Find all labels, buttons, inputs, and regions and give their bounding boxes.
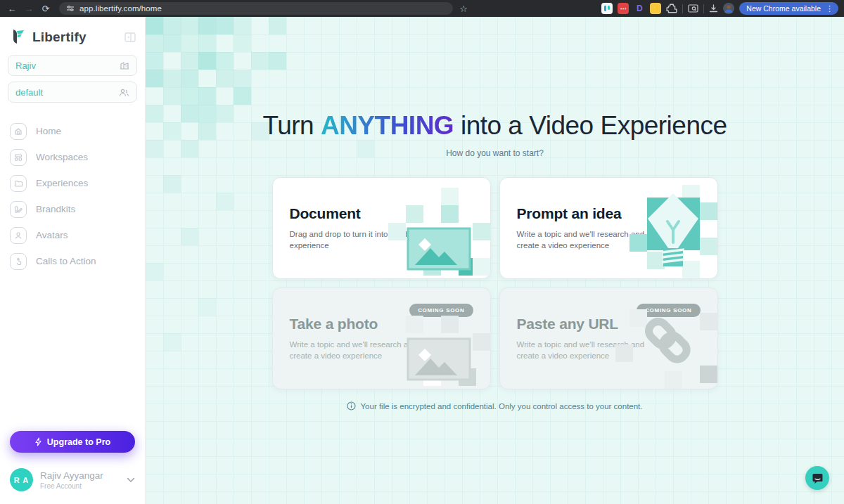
sidebar-nav: Home Workspaces Experiences Brandkits Av… xyxy=(0,118,145,431)
lightbulb-icon xyxy=(615,178,717,278)
sidebar-item-avatars[interactable]: Avatars xyxy=(0,222,145,248)
address-bar[interactable]: app.libertify.com/home xyxy=(59,2,453,15)
privacy-note: Your file is encrypted and confidential.… xyxy=(146,401,844,411)
red-dots-extension-icon[interactable]: ⋯ xyxy=(618,3,629,14)
d-extension-icon[interactable]: D xyxy=(634,3,645,14)
sidebar-item-label: Avatars xyxy=(36,230,68,240)
link-icon xyxy=(615,288,717,389)
sidebar-item-brandkits[interactable]: Brandkits xyxy=(0,196,145,222)
tab-search-icon[interactable] xyxy=(688,4,698,13)
upgrade-label: Upgrade to Pro xyxy=(47,437,110,447)
sidebar-item-label: Experiences xyxy=(36,178,88,188)
sidebar-item-label: Workspaces xyxy=(36,152,88,162)
chat-widget-button[interactable] xyxy=(805,466,829,490)
folder-icon xyxy=(14,179,23,188)
browser-menu-icon[interactable]: ⋮ xyxy=(824,5,835,13)
image-icon xyxy=(388,288,490,389)
user-avatar: R A xyxy=(10,468,33,491)
workspaces-icon xyxy=(14,153,23,162)
info-icon xyxy=(347,401,356,411)
workspace-selector[interactable]: default xyxy=(8,82,137,103)
reload-icon[interactable]: ⟳ xyxy=(39,2,52,15)
chrome-update-button[interactable]: New Chrome available ⋮ xyxy=(739,2,838,15)
card-document[interactable]: Document Drag and drop to turn it into a… xyxy=(272,177,491,279)
profile-avatar-icon[interactable] xyxy=(723,3,734,14)
user-profile[interactable]: R A Rajiv Ayyangar Free Account xyxy=(0,463,145,504)
site-settings-icon[interactable] xyxy=(66,4,75,13)
sidebar-item-experiences[interactable]: Experiences xyxy=(0,170,145,196)
organization-value: Rajiv xyxy=(15,60,36,71)
card-take-photo: COMING SOON Take a photo Write a topic a… xyxy=(272,287,491,389)
building-icon xyxy=(120,60,129,70)
chevron-down-icon[interactable] xyxy=(127,477,135,483)
toolbar-separator xyxy=(682,4,683,13)
home-icon xyxy=(14,127,23,136)
chrome-update-label: New Chrome available xyxy=(746,4,821,13)
libertify-logo-icon xyxy=(9,28,27,46)
toolbar-separator xyxy=(703,4,704,13)
start-options: Document Drag and drop to turn it into a… xyxy=(272,177,718,389)
back-icon[interactable]: ← xyxy=(6,2,18,15)
workspace-value: default xyxy=(15,87,43,98)
person-icon xyxy=(14,231,23,240)
image-icon xyxy=(388,178,490,278)
main-content: Turn ANYTHING into a Video Experience Ho… xyxy=(146,17,844,504)
sidebar-item-calls-to-action[interactable]: Calls to Action xyxy=(0,248,145,274)
sidebar-collapse-icon[interactable] xyxy=(124,32,136,43)
sidebar-item-label: Calls to Action xyxy=(36,256,96,266)
sidebar-item-home[interactable]: Home xyxy=(0,118,145,144)
sidebar-item-label: Home xyxy=(36,126,61,136)
lightning-extension-icon[interactable]: ⚡ xyxy=(650,3,661,14)
sidebar-item-label: Brandkits xyxy=(36,204,75,214)
lightning-icon xyxy=(34,437,42,446)
jam-extension-icon[interactable] xyxy=(601,3,613,14)
page-title: Turn ANYTHING into a Video Experience xyxy=(146,111,844,141)
bookmark-star-icon[interactable]: ☆ xyxy=(457,2,470,15)
click-icon xyxy=(14,257,23,266)
browser-toolbar: ← → ⟳ app.libertify.com/home ☆ ⋯ D ⚡ xyxy=(0,0,844,17)
forward-icon[interactable]: → xyxy=(23,2,35,15)
card-prompt-idea[interactable]: Prompt an idea Write a topic and we'll r… xyxy=(499,177,718,279)
palette-icon xyxy=(14,205,23,214)
url-text[interactable]: app.libertify.com/home xyxy=(79,4,162,13)
user-name: Rajiv Ayyangar xyxy=(40,470,103,481)
title-highlight: ANYTHING xyxy=(321,111,454,140)
people-icon xyxy=(119,88,129,97)
sidebar: Libertify Rajiv default xyxy=(0,17,146,504)
privacy-note-text: Your file is encrypted and confidential.… xyxy=(360,402,642,411)
organization-selector[interactable]: Rajiv xyxy=(8,55,137,76)
downloads-icon[interactable] xyxy=(709,4,718,13)
page-subtitle: How do you want to start? xyxy=(146,148,844,158)
extensions-puzzle-icon[interactable] xyxy=(666,3,677,14)
chat-bubble-icon xyxy=(812,472,824,484)
sidebar-item-workspaces[interactable]: Workspaces xyxy=(0,144,145,170)
card-paste-url: COMING SOON Paste any URL Write a topic … xyxy=(499,287,718,389)
upgrade-to-pro-button[interactable]: Upgrade to Pro xyxy=(10,431,135,453)
brand-name: Libertify xyxy=(32,30,87,45)
user-plan: Free Account xyxy=(40,482,103,490)
